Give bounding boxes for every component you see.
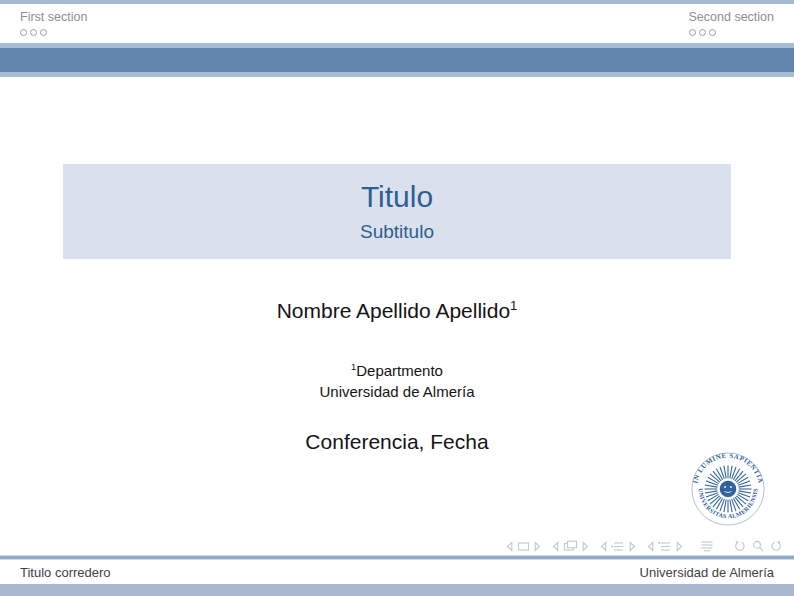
separator-band-lower (0, 72, 794, 77)
beamer-navigation-bar (506, 540, 783, 552)
prev-section-icon[interactable] (647, 541, 654, 552)
next-frame-icon[interactable] (582, 541, 589, 552)
title-block: Titulo Subtitulo (63, 164, 731, 259)
history-nav-group (733, 540, 783, 552)
frame-dot-icon[interactable] (30, 29, 37, 36)
page-subtitle: Subtitulo (360, 222, 434, 241)
prev-subsection-icon[interactable] (600, 541, 607, 552)
section-nav-group (647, 541, 683, 552)
author-name: Nombre Apellido Apellido (277, 299, 510, 322)
first-section-label[interactable]: First section (20, 10, 87, 25)
redo-icon[interactable] (770, 540, 783, 552)
sidebar-item-second-section[interactable]: Second section (689, 10, 774, 36)
second-section-label[interactable]: Second section (689, 10, 774, 25)
prev-frame-icon[interactable] (552, 541, 559, 552)
frame-nav-group (552, 540, 589, 552)
next-section-icon[interactable] (676, 541, 683, 552)
footer-bar: Titulo corredero Universidad de Almería (0, 560, 794, 584)
footer-institute: Universidad de Almería (640, 565, 774, 580)
author-footnote-mark: 1 (510, 298, 517, 313)
footer-short-title: Titulo corredero (20, 565, 111, 580)
institute-university: Universidad de Almería (319, 383, 474, 400)
conference-date-line: Conferencia, Fecha (0, 430, 794, 454)
frame-dot-icon[interactable] (709, 29, 716, 36)
bottom-band (0, 584, 794, 596)
sidebar-item-first-section[interactable]: First section (20, 10, 87, 36)
first-section-frame-dots (20, 29, 87, 36)
subsection-nav-group (600, 541, 636, 552)
frame-dot-icon[interactable] (20, 29, 27, 36)
main-blue-band (0, 48, 794, 72)
prev-slide-icon[interactable] (506, 541, 513, 552)
frame-icon[interactable] (563, 540, 578, 552)
slide-icon[interactable] (517, 541, 530, 552)
presentation-nav-group (700, 540, 714, 552)
page-title: Titulo (361, 182, 433, 212)
search-icon[interactable] (752, 540, 764, 552)
conference-date: Conferencia, Fecha (305, 430, 488, 453)
institute-university-line: Universidad de Almería (0, 383, 794, 400)
institute-department: Departmento (356, 362, 443, 379)
undo-icon[interactable] (733, 540, 746, 552)
next-subsection-icon[interactable] (629, 541, 636, 552)
frame-dot-icon[interactable] (699, 29, 706, 36)
section-icon[interactable] (658, 541, 672, 552)
frame-dot-icon[interactable] (689, 29, 696, 36)
slide-nav-group (506, 541, 541, 552)
presentation-icon[interactable] (700, 540, 714, 552)
second-section-frame-dots (689, 29, 774, 36)
institute-department-line: 1Departmento (0, 362, 794, 379)
subsection-icon[interactable] (611, 541, 625, 552)
frame-dot-icon[interactable] (40, 29, 47, 36)
seal-sun-face (720, 481, 737, 498)
next-slide-icon[interactable] (534, 541, 541, 552)
universidad-de-almeria-seal: IN LUMINE SAPIENTIA UNIVERSITAS ALMERIEN… (689, 450, 767, 528)
section-header: First section Second section (0, 4, 794, 43)
author-line: Nombre Apellido Apellido1 (0, 299, 794, 323)
beamer-title-slide: First section Second section Titulo Subt… (0, 0, 794, 596)
